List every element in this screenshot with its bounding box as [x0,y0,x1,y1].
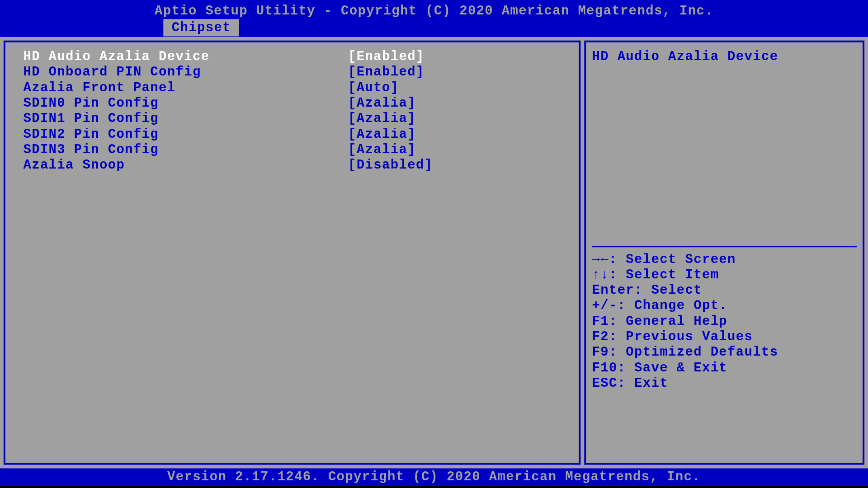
setting-label: Azalia Front Panel [23,80,348,96]
setting-value[interactable]: [Enabled] [348,49,425,65]
setting-row[interactable]: HD Audio Azalia Device[Enabled] [23,49,561,65]
setting-label: SDIN0 Pin Config [23,96,348,111]
setting-value[interactable]: [Disabled] [348,158,433,173]
help-key-line: ↑↓: Select Item [592,267,856,283]
help-keys: →←: Select Screen↑↓: Select ItemEnter: S… [592,252,856,392]
help-key-line: F2: Previous Values [592,329,856,345]
main-area: HD Audio Azalia Device[Enabled]HD Onboar… [0,37,868,469]
setting-row[interactable]: Azalia Front Panel[Auto] [23,80,561,96]
footer-version: Version 2.17.1246. Copyright (C) 2020 Am… [0,468,868,486]
setting-label: HD Onboard PIN Config [23,65,348,80]
setting-value[interactable]: [Azalia] [348,127,416,142]
bios-screen: Aptio Setup Utility - Copyright (C) 2020… [0,0,868,486]
help-key-line: +/-: Change Opt. [592,299,856,314]
setting-row[interactable]: SDIN0 Pin Config[Azalia] [23,96,561,111]
setting-value[interactable]: [Azalia] [348,112,416,127]
help-key-line: F9: Optimized Defaults [592,345,856,361]
setting-row[interactable]: HD Onboard PIN Config[Enabled] [23,65,561,80]
help-spacer [592,65,856,244]
setting-value[interactable]: [Azalia] [348,96,416,111]
setting-label: SDIN2 Pin Config [23,127,348,142]
header-bar: Aptio Setup Utility - Copyright (C) 2020… [0,0,868,37]
setting-row[interactable]: SDIN1 Pin Config[Azalia] [23,112,561,127]
setting-label: SDIN1 Pin Config [23,112,348,127]
help-key-line: F10: Save & Exit [592,361,856,376]
setting-value[interactable]: [Enabled] [348,65,425,80]
app-title: Aptio Setup Utility - Copyright (C) 2020… [0,0,868,19]
setting-label: SDIN3 Pin Config [23,142,348,158]
setting-row[interactable]: SDIN2 Pin Config[Azalia] [23,127,561,142]
black-bottom [0,486,868,488]
settings-pane: HD Audio Azalia Device[Enabled]HD Onboar… [4,41,580,465]
help-pane: HD Audio Azalia Device →←: Select Screen… [584,41,864,465]
help-key-line: ESC: Exit [592,376,856,391]
setting-row[interactable]: Azalia Snoop[Disabled] [23,158,561,173]
setting-value[interactable]: [Auto] [348,80,399,96]
help-title: HD Audio Azalia Device [592,49,856,65]
help-key-line: →←: Select Screen [592,252,856,267]
help-divider [592,246,856,248]
help-key-line: Enter: Select [592,283,856,298]
tab-chipset[interactable]: Chipset [163,19,239,36]
help-key-line: F1: General Help [592,314,856,329]
setting-label: Azalia Snoop [23,158,348,173]
setting-label: HD Audio Azalia Device [23,49,348,65]
setting-value[interactable]: [Azalia] [348,142,416,158]
setting-row[interactable]: SDIN3 Pin Config[Azalia] [23,142,561,158]
